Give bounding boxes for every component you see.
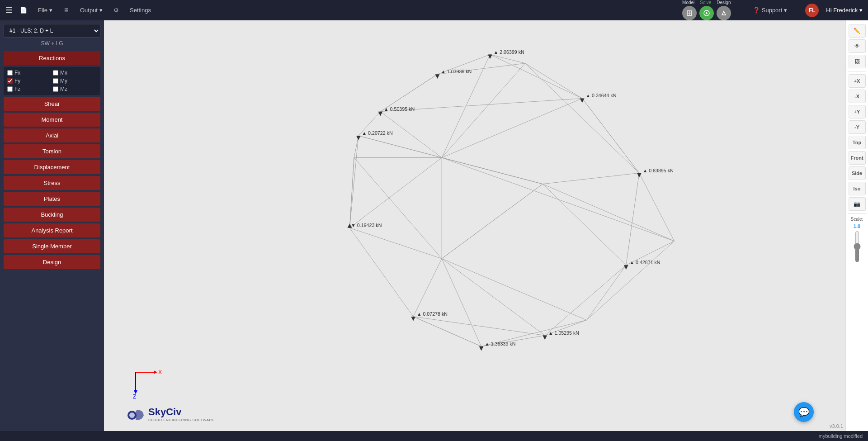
- svg-text:▲ 1.36339 kN: ▲ 1.36339 kN: [485, 341, 515, 346]
- svg-marker-57: [435, 74, 440, 79]
- top-view-label: Top: [853, 140, 861, 145]
- fy-checkbox[interactable]: [7, 78, 13, 84]
- iso-view-btn[interactable]: Iso: [849, 182, 866, 195]
- svg-line-24: [586, 241, 674, 320]
- view-toggle-btn[interactable]: 👁: [849, 39, 866, 53]
- fz-checkbox[interactable]: [7, 86, 13, 92]
- svg-marker-64: [411, 317, 415, 321]
- svg-line-28: [349, 228, 413, 317]
- plus-y-btn[interactable]: +Y: [849, 105, 866, 119]
- side-view-btn[interactable]: Side: [849, 166, 866, 180]
- svg-line-49: [413, 317, 481, 346]
- svg-text:▲ 2.06399 kN: ▲ 2.06399 kN: [494, 49, 524, 55]
- svg-line-38: [542, 173, 639, 184]
- design-btn[interactable]: [717, 6, 731, 20]
- displacement-btn[interactable]: Displacement: [4, 160, 100, 174]
- design-menu-btn[interactable]: Design: [4, 255, 100, 269]
- svg-text:X: X: [158, 369, 162, 375]
- toolbar-divider-1: [848, 71, 866, 71]
- buckling-btn[interactable]: Buckling: [4, 208, 100, 222]
- logo-sub: CLOUD ENGINEERING SOFTWARE: [148, 418, 215, 422]
- viewport[interactable]: ▲ 2.06399 kN ▲ 1.03936 kN ▲ 0.34644 kN ▲…: [104, 20, 845, 431]
- output-nav-item[interactable]: Output ▾: [76, 5, 106, 15]
- mz-checkbox-label[interactable]: Mz: [53, 86, 97, 92]
- user-avatar: FL: [805, 4, 819, 17]
- file-icon: 📄: [20, 7, 27, 14]
- chat-button[interactable]: 💬: [794, 402, 814, 422]
- svg-text:▲ 1.03936 kN: ▲ 1.03936 kN: [441, 69, 472, 74]
- svg-line-19: [582, 99, 639, 173]
- svg-marker-61: [637, 173, 642, 178]
- fx-checkbox[interactable]: [7, 70, 13, 76]
- camera-btn[interactable]: 📷: [849, 197, 866, 211]
- scale-slider-container: [853, 231, 862, 267]
- side-view-label: Side: [852, 171, 862, 176]
- topbar: ☰ 📄 File ▾ 🖥 Output ▾ ⚙ Settings Model S…: [0, 0, 868, 20]
- svg-line-36: [354, 136, 359, 158]
- svg-line-51: [542, 184, 674, 241]
- axial-btn[interactable]: Axial: [4, 128, 100, 142]
- settings-nav-item[interactable]: Settings: [126, 5, 155, 15]
- plates-btn[interactable]: Plates: [4, 192, 100, 206]
- my-checkbox-label[interactable]: My: [53, 78, 97, 84]
- fz-checkbox-label[interactable]: Fz: [7, 86, 51, 92]
- scale-label: Scale:: [851, 217, 863, 222]
- reactions-btn[interactable]: Reactions: [4, 51, 100, 65]
- analysis-report-btn[interactable]: Analysis Report: [4, 223, 100, 237]
- front-view-label: Front: [850, 155, 863, 161]
- svg-text:Z: Z: [133, 394, 136, 399]
- my-checkbox[interactable]: [53, 78, 58, 84]
- minus-x-btn[interactable]: -X: [849, 90, 866, 103]
- svg-marker-66: [479, 346, 484, 351]
- mz-checkbox[interactable]: [53, 86, 58, 92]
- toolbar-divider-2: [848, 213, 866, 214]
- svg-line-16: [442, 63, 525, 158]
- plus-y-icon: +Y: [854, 109, 860, 114]
- svg-line-42: [354, 158, 442, 259]
- svg-text:▲ 0.42871 kN: ▲ 0.42871 kN: [630, 260, 660, 265]
- image-icon: 🖼: [854, 58, 860, 65]
- svg-line-9: [525, 63, 582, 99]
- svg-point-85: [129, 413, 135, 418]
- svg-text:▲ 0.50395 kN: ▲ 0.50395 kN: [384, 106, 415, 112]
- svg-line-52: [442, 158, 674, 241]
- top-view-btn[interactable]: Top: [849, 136, 866, 149]
- fx-checkbox-label[interactable]: Fx: [7, 70, 51, 76]
- solve-btn[interactable]: [699, 6, 714, 20]
- load-combo-select[interactable]: #1 - ULS: 2. D + L: [4, 24, 100, 38]
- single-member-btn[interactable]: Single Member: [4, 239, 100, 253]
- file-nav-item[interactable]: File ▾: [34, 5, 56, 15]
- output-icon: 🖥: [63, 7, 69, 14]
- svg-line-22: [626, 173, 639, 266]
- mx-checkbox-label[interactable]: Mx: [53, 70, 97, 76]
- user-name[interactable]: Hi Frederick ▾: [826, 7, 863, 14]
- svg-line-6: [490, 55, 582, 99]
- stress-btn[interactable]: Stress: [4, 176, 100, 190]
- screenshot-btn[interactable]: 🖼: [849, 55, 866, 68]
- svg-text:▲ 0.83895 kN: ▲ 0.83895 kN: [643, 168, 674, 173]
- torsion-btn[interactable]: Torsion: [4, 144, 100, 158]
- svg-marker-59: [378, 112, 383, 116]
- model-btn[interactable]: [682, 6, 697, 20]
- fy-checkbox-label[interactable]: Fy: [7, 78, 51, 84]
- svg-line-14: [349, 136, 358, 228]
- skyciv-logo: SkyCiv CLOUD ENGINEERING SOFTWARE: [127, 406, 215, 422]
- svg-line-37: [542, 184, 626, 266]
- moment-btn[interactable]: Moment: [4, 113, 100, 127]
- combo-label: SW + LG: [4, 39, 100, 49]
- edit-btn[interactable]: ✏️: [849, 24, 866, 38]
- sidebar: #1 - ULS: 2. D + L SW + LG Reactions Fx …: [0, 20, 104, 431]
- svg-line-29: [413, 259, 442, 317]
- plus-x-btn[interactable]: +X: [849, 74, 866, 88]
- mx-checkbox[interactable]: [53, 70, 58, 76]
- menu-icon[interactable]: ☰: [5, 5, 13, 15]
- svg-line-50: [442, 259, 586, 320]
- front-view-btn[interactable]: Front: [849, 151, 866, 165]
- svg-line-20: [639, 173, 675, 241]
- scale-slider[interactable]: [853, 231, 862, 262]
- shear-btn[interactable]: Shear: [4, 97, 100, 111]
- minus-y-btn[interactable]: -Y: [849, 120, 866, 134]
- design-label: Design: [717, 0, 731, 5]
- model-label: Model: [682, 0, 694, 5]
- support-btn[interactable]: ❓ Support ▾: [753, 7, 788, 14]
